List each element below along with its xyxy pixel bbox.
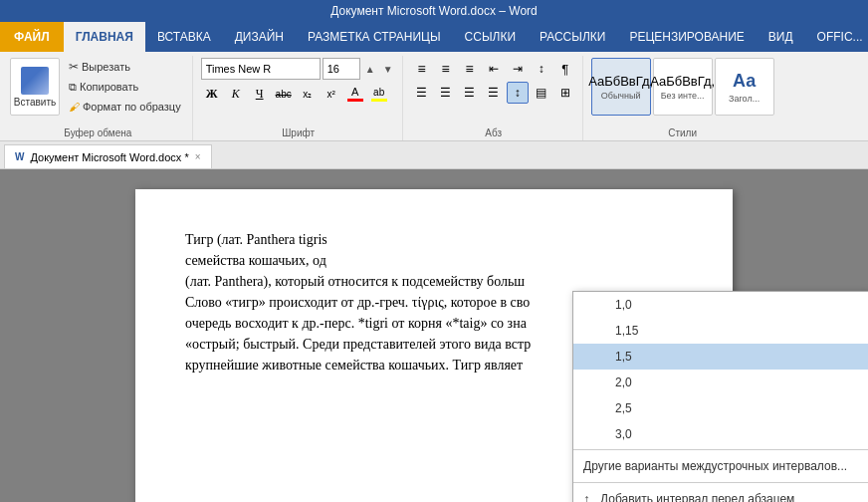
paste-button[interactable]: Вставить	[10, 58, 60, 116]
title-text: Документ Microsoft Word.docx – Word	[330, 4, 538, 18]
ribbon: Вставить ✂ Вырезать ⧉ Копировать 🖌 Форма…	[0, 52, 868, 141]
tab-label: Документ Microsoft Word.docx *	[30, 151, 188, 163]
style-normal[interactable]: АаБбВвГд, Обычный	[591, 58, 651, 116]
spacing-1-5-label: 1,5	[615, 350, 632, 364]
spacing-2-5-label: 2,5	[615, 401, 632, 415]
align-right-button[interactable]: ☰	[459, 82, 481, 104]
tab-close-button[interactable]: ×	[195, 151, 201, 162]
document-area: Тигр (лат. Panthera tigris семейства кош…	[0, 169, 868, 502]
menu-divider-2	[573, 482, 868, 483]
menu-item-view[interactable]: ВИД	[757, 22, 805, 52]
paragraph-marks-button[interactable]: ¶	[554, 58, 576, 80]
cut-label: Вырезать	[82, 61, 130, 73]
subscript-button[interactable]: x₂	[297, 83, 319, 105]
spacing-2-0[interactable]: 2,0	[573, 370, 868, 395]
clipboard-label: Буфер обмена	[64, 127, 131, 138]
increase-font-button[interactable]: ▲	[362, 58, 378, 80]
spacing-1-15[interactable]: 1,15	[573, 318, 868, 344]
align-center-button[interactable]: ☰	[435, 82, 457, 104]
align-left-button[interactable]: ☰	[411, 82, 433, 104]
clipboard-group: Вставить ✂ Вырезать ⧉ Копировать 🖌 Форма…	[4, 56, 193, 140]
borders-button[interactable]: ⊞	[554, 82, 576, 104]
spacing-1-0[interactable]: 1,0	[573, 292, 868, 318]
paint-brush-icon: 🖌	[69, 101, 80, 113]
font-size-input[interactable]	[323, 58, 360, 80]
other-spacing-option[interactable]: Другие варианты междустрочных интервалов…	[573, 452, 868, 480]
menu-item-layout[interactable]: РАЗМЕТКА СТРАНИЦЫ	[296, 22, 453, 52]
document-tab[interactable]: W Документ Microsoft Word.docx * ×	[4, 144, 212, 168]
menu-item-file[interactable]: ФАЙЛ	[0, 22, 64, 52]
add-space-before-option[interactable]: ↑ Добавить интервал перед абзацем	[573, 485, 868, 502]
paste-icon	[21, 67, 49, 95]
paste-label: Вставить	[14, 97, 56, 108]
shading-button[interactable]: ▤	[531, 82, 552, 104]
numbered-list-button[interactable]: ≡	[435, 58, 457, 80]
cut-button[interactable]: ✂ Вырезать	[64, 58, 186, 76]
menu-item-design[interactable]: ДИЗАЙН	[223, 22, 296, 52]
menu-item-home[interactable]: ГЛАВНАЯ	[64, 22, 145, 52]
other-spacing-label: Другие варианты междустрочных интервалов…	[583, 459, 847, 473]
copy-icon: ⧉	[69, 81, 77, 94]
spacing-2-5[interactable]: 2,5	[573, 395, 868, 421]
font-label: Шрифт	[282, 127, 315, 138]
justify-button[interactable]: ☰	[483, 82, 505, 104]
strikethrough-button[interactable]: abc	[273, 83, 295, 105]
paragraph-group: ≡ ≡ ≡ ⇤ ⇥ ↕ ¶ ☰ ☰ ☰ ☰ ↕ ▤ ⊞ Абз	[405, 56, 583, 140]
style-no-spacing[interactable]: АаБбВвГд, Без инте...	[653, 58, 713, 116]
menu-bar: ФАЙЛ ГЛАВНАЯ ВСТАВКА ДИЗАЙН РАЗМЕТКА СТР…	[0, 22, 868, 52]
font-name-input[interactable]	[201, 58, 321, 80]
menu-item-mailings[interactable]: РАССЫЛКИ	[528, 22, 617, 52]
decrease-font-button[interactable]: ▼	[380, 58, 396, 80]
style-heading[interactable]: Аа Загол...	[715, 58, 774, 116]
add-space-before-icon: ↑	[583, 491, 590, 502]
copy-label: Копировать	[80, 81, 138, 93]
spacing-1-15-label: 1,15	[615, 324, 638, 338]
bullet-list-button[interactable]: ≡	[411, 58, 433, 80]
font-group: ▲ ▼ Ж К Ч abc x₂ x² А ab	[195, 56, 403, 140]
sort-button[interactable]: ↕	[531, 58, 552, 80]
highlight-button[interactable]: ab	[368, 83, 390, 105]
spacing-3-0[interactable]: 3,0	[573, 421, 868, 447]
indent-increase-button[interactable]: ⇥	[507, 58, 529, 80]
spacing-2-0-label: 2,0	[615, 376, 632, 389]
text-color-button[interactable]: А	[344, 83, 366, 105]
underline-button[interactable]: Ч	[249, 83, 271, 105]
line-spacing-button[interactable]: ↕	[507, 82, 529, 104]
menu-item-review[interactable]: РЕЦЕНЗИРОВАНИЕ	[617, 22, 756, 52]
copy-button[interactable]: ⧉ Копировать	[64, 78, 186, 96]
multilevel-list-button[interactable]: ≡	[459, 58, 481, 80]
word-icon: W	[15, 151, 24, 162]
spacing-3-0-label: 3,0	[615, 427, 632, 441]
styles-group: АаБбВвГд, Обычный АаБбВвГд, Без инте... …	[585, 56, 780, 140]
spacing-1-5[interactable]: 1,5	[573, 344, 868, 370]
format-paint-label: Формат по образцу	[83, 101, 181, 113]
styles-label: Стили	[668, 127, 697, 138]
menu-item-office[interactable]: OFFIC...	[805, 22, 868, 52]
paragraph-label: Абз	[485, 127, 502, 138]
spacing-1-0-label: 1,0	[615, 298, 632, 312]
menu-item-references[interactable]: ССЫЛКИ	[453, 22, 528, 52]
indent-decrease-button[interactable]: ⇤	[483, 58, 505, 80]
superscript-button[interactable]: x²	[321, 83, 342, 105]
italic-button[interactable]: К	[225, 83, 247, 105]
tab-bar: W Документ Microsoft Word.docx * ×	[0, 141, 868, 169]
menu-divider-1	[573, 449, 868, 450]
bold-button[interactable]: Ж	[201, 83, 223, 105]
title-bar: Документ Microsoft Word.docx – Word	[0, 0, 868, 22]
menu-item-insert[interactable]: ВСТАВКА	[145, 22, 223, 52]
add-space-before-label: Добавить интервал перед абзацем	[600, 492, 794, 502]
format-paint-button[interactable]: 🖌 Формат по образцу	[64, 98, 186, 116]
line-spacing-dropdown: 1,0 1,15 1,5 2,0 2,5 3,0 Другие варианты…	[572, 291, 868, 502]
scissors-icon: ✂	[69, 60, 79, 74]
